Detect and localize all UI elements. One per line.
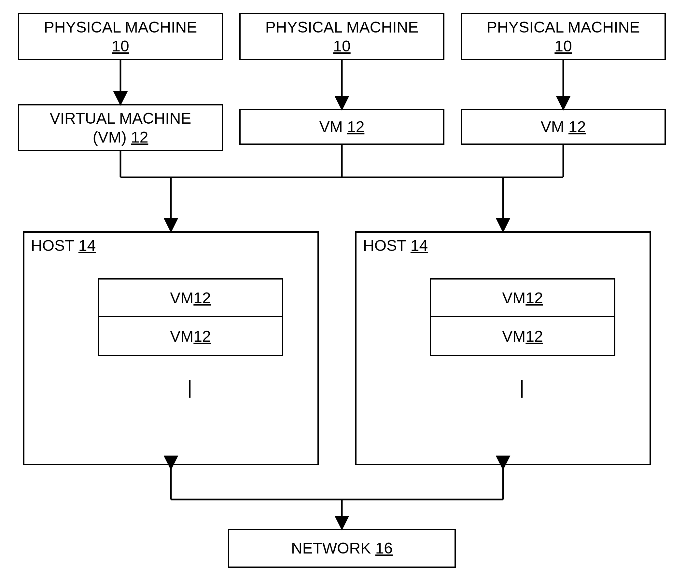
virtual-machine-2: VM 12 xyxy=(239,109,445,145)
vm1-line1: VIRTUAL MACHINE xyxy=(50,110,191,127)
physical-machine-1: PHYSICAL MACHINE 10 xyxy=(18,13,223,60)
network-num: 16 xyxy=(376,540,393,557)
vm1-line2-prefix: (VM) xyxy=(93,129,131,146)
host-2-label: HOST 14 xyxy=(363,237,428,254)
host-2-vm-b: VM 12 xyxy=(430,317,615,356)
host-2: HOST 14 VM 12 VM 12 | xyxy=(355,231,651,465)
host-2-vm-a: VM 12 xyxy=(430,278,615,317)
vm2-num: 12 xyxy=(347,118,364,135)
vm3-num: 12 xyxy=(569,118,586,135)
host-1-ellipsis: | xyxy=(187,376,192,398)
host-2-ellipsis: | xyxy=(519,376,525,398)
host-1-vm-b: VM 12 xyxy=(98,317,283,356)
pm1-num: 10 xyxy=(112,37,129,55)
pm3-label: PHYSICAL MACHINE xyxy=(487,19,640,36)
pm2-num: 10 xyxy=(333,37,350,55)
physical-machine-3: PHYSICAL MACHINE 10 xyxy=(461,13,666,60)
host-1-label: HOST 14 xyxy=(31,237,96,254)
virtual-machine-3: VM 12 xyxy=(461,109,666,145)
pm1-label: PHYSICAL MACHINE xyxy=(44,19,197,36)
virtual-machine-1: VIRTUAL MACHINE (VM) 12 xyxy=(18,104,223,151)
network-prefix: NETWORK xyxy=(291,540,376,557)
physical-machine-2: PHYSICAL MACHINE 10 xyxy=(239,13,445,60)
vm1-num: 12 xyxy=(131,129,148,146)
network-box: NETWORK 16 xyxy=(228,529,456,568)
host-1: HOST 14 VM 12 VM 12 | xyxy=(23,231,319,465)
vm3-prefix: VM xyxy=(541,118,569,135)
vm2-prefix: VM xyxy=(319,118,347,135)
diagram-canvas: PHYSICAL MACHINE 10 PHYSICAL MACHINE 10 … xyxy=(0,0,700,588)
host-1-vm-a: VM 12 xyxy=(98,278,283,317)
pm3-num: 10 xyxy=(555,37,572,55)
pm2-label: PHYSICAL MACHINE xyxy=(265,19,419,36)
